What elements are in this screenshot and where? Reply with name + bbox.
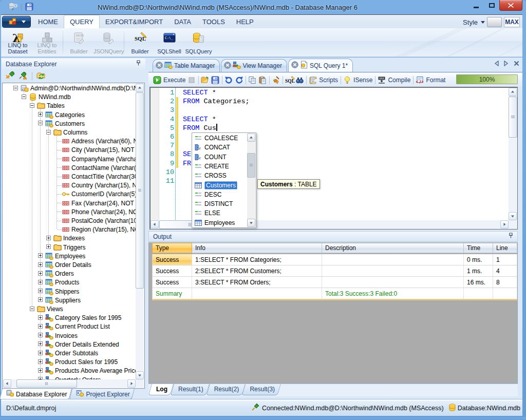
output-row[interactable]: Success3:SELECT * FROM Orders;16 ms.8 xyxy=(152,277,517,288)
style-preview-box[interactable] xyxy=(487,17,502,27)
result-tab-result-2-[interactable]: Result(2) xyxy=(210,384,246,395)
paste-button[interactable] xyxy=(257,74,268,86)
tree-item-contacttitle-varchar-30-not-null-[interactable]: ContactTitle (Varchar(30), NOT NULL) xyxy=(3,172,136,181)
scroll-down-button[interactable] xyxy=(136,371,144,379)
maximize-button[interactable] xyxy=(484,0,499,11)
autocomplete-item-concat[interactable]: εCONCAT xyxy=(193,143,247,152)
scroll-right-button[interactable] xyxy=(127,379,136,388)
output-column-header-info[interactable]: Info xyxy=(192,243,322,253)
style-dropdown[interactable]: Style xyxy=(463,18,485,26)
autocomplete-item-desc[interactable]: DESC xyxy=(193,190,247,199)
autocomplete-item-count[interactable]: εCOUNT xyxy=(193,152,247,162)
tree-item-categories[interactable]: Categories xyxy=(3,110,85,120)
tree-item-nwind-mdb[interactable]: NWind.mdb xyxy=(3,92,71,102)
output-column-header-description[interactable]: Description xyxy=(322,243,464,253)
pin-icon[interactable] xyxy=(136,60,141,68)
open-button[interactable] xyxy=(200,74,210,86)
sql-editor[interactable]: 1SELECT *2FROM Categories;34SELECT *5FRO… xyxy=(149,87,518,230)
scroll-tabs-right-icon[interactable] xyxy=(504,61,509,66)
ribbon-button-linq-to-entities[interactable]: LINQ toEntities xyxy=(32,29,62,56)
tree-item-customerid-varchar-5-not-null-[interactable]: CustomerID (Varchar(5), NOT NULL) xyxy=(3,189,136,199)
ribbon-button-jsonquery[interactable]: JSONQuery xyxy=(93,29,123,56)
app-menu-button[interactable] xyxy=(2,16,31,28)
tree-item-quarterly-orders[interactable]: Quarterly Orders xyxy=(3,375,101,379)
tree-item-invoices[interactable]: Invoices xyxy=(3,331,78,340)
output-column-header-time[interactable]: Time xyxy=(464,243,493,253)
scroll-up-button[interactable] xyxy=(247,133,255,142)
scrollbar-thumb[interactable] xyxy=(136,92,144,289)
tree-item-address-varchar-60-not-null-[interactable]: Address (Varchar(60), NOT NULL) xyxy=(3,137,136,146)
tree-item-phone-varchar-24-not-null-[interactable]: Phone (Varchar(24), NOT NULL) xyxy=(3,207,136,217)
disconnect-icon[interactable] xyxy=(18,71,28,81)
tree-item-order-subtotals[interactable]: Order Subtotals xyxy=(3,349,98,358)
close-button[interactable] xyxy=(499,0,522,11)
redo-button[interactable] xyxy=(234,74,244,86)
tree-item-shippers[interactable]: Shippers xyxy=(3,287,79,296)
undo-button[interactable] xyxy=(223,74,234,86)
scroll-up-button[interactable] xyxy=(509,88,517,96)
tree-item-postalcode-varchar-10-not-null-[interactable]: PostalCode (Varchar(10), NOT NULL) xyxy=(3,216,136,225)
tree-item-products[interactable]: Products xyxy=(3,278,79,287)
scrollbar-thumb[interactable] xyxy=(247,153,255,178)
ribbon-button-builder[interactable]: JSONBuilder xyxy=(64,29,93,56)
tree-item-views[interactable]: Views xyxy=(3,304,63,314)
close-tab-icon[interactable] xyxy=(291,61,298,70)
tree-item-city-varchar-15-not-null-[interactable]: City (Varchar(15), NOT NULL) xyxy=(3,145,136,155)
isense-button[interactable]: ISense xyxy=(342,74,373,86)
tree-item-orders[interactable]: Orders xyxy=(3,269,74,278)
output-column-header-type[interactable]: Type xyxy=(152,243,192,253)
ribbon-tab-home[interactable]: HOME xyxy=(32,15,64,28)
tree-item-indexes[interactable]: Indexes xyxy=(3,234,85,243)
autocomplete-scrollbar[interactable] xyxy=(247,133,255,227)
document-tab-table-manager[interactable]: Table Manager xyxy=(153,59,220,72)
editor-vertical-scrollbar[interactable] xyxy=(509,88,517,220)
ribbon-tab-tools[interactable]: TOOLS xyxy=(197,15,231,28)
scroll-tabs-left-icon[interactable] xyxy=(494,61,499,66)
compile-button[interactable]: Compile xyxy=(377,74,411,86)
scroll-left-button[interactable] xyxy=(3,379,11,388)
scroll-left-button[interactable] xyxy=(151,220,159,228)
stop-button[interactable] xyxy=(186,74,197,86)
close-tab-icon[interactable] xyxy=(156,62,163,70)
execute-button[interactable]: Execute xyxy=(152,74,186,86)
result-tab-result-1-[interactable]: Result(1) xyxy=(174,384,210,395)
tree-item-customers[interactable]: Customers xyxy=(3,119,85,128)
output-row[interactable]: SummaryTotal:3 Success:3 Failed:0 xyxy=(152,288,517,299)
save-icon[interactable] xyxy=(25,3,33,12)
ribbon-tab-help[interactable]: HELP xyxy=(231,15,259,28)
sql-button[interactable]: SQL xyxy=(284,74,294,86)
tree-item-order-details[interactable]: Order Details xyxy=(3,260,91,270)
ribbon-button-sqlquery[interactable]: SQLQuery xyxy=(184,29,213,56)
tree-item-triggers[interactable]: Triggers xyxy=(3,243,86,252)
close-tab-icon[interactable] xyxy=(514,61,519,66)
tree-item-current-product-list[interactable]: Current Product List xyxy=(3,322,110,331)
ribbon-tab-query[interactable]: QUERY xyxy=(64,15,100,28)
scroll-down-button[interactable] xyxy=(247,219,255,227)
pin-icon[interactable] xyxy=(508,233,514,240)
tree-item-companyname-varchar-40-not-null-[interactable]: CompanyName (Varchar(40), NOT NULL) xyxy=(3,155,136,164)
tree-item-admin-d-northwind-nwind-mdb-d-northwind-[interactable]: Admin@D:\Northwind\NWind.mdb(D:\Northwin… xyxy=(3,84,136,93)
output-row[interactable]: Success2:SELECT * FROM Customers;1 ms.4 xyxy=(152,265,517,277)
output-column-header-line[interactable]: Line xyxy=(493,243,517,253)
tree-item-suppliers[interactable]: Suppliers xyxy=(3,296,81,305)
tree-item-columns[interactable]: Columns xyxy=(3,128,87,137)
tree-item-product-sales-for-1995[interactable]: Product Sales for 1995 xyxy=(3,357,118,367)
ribbon-button-builder[interactable]: SQLBuilder xyxy=(125,29,155,56)
find-button[interactable] xyxy=(294,74,305,86)
output-row[interactable]: Success1:SELECT * FROM Categories;0 ms.1 xyxy=(152,254,517,265)
autocomplete-item-customers[interactable]: Customers xyxy=(193,181,247,190)
tree-horizontal-scrollbar[interactable] xyxy=(3,379,136,388)
scroll-down-button[interactable] xyxy=(509,212,517,220)
tree-item-fax-varchar-24-not-null-[interactable]: Fax (Varchar(24), NOT NULL) xyxy=(3,199,136,208)
minimize-button[interactable] xyxy=(468,0,484,11)
autocomplete-item-distinct[interactable]: DISTINCT xyxy=(193,199,247,208)
ribbon-button-sqlshell[interactable]: C:\_SQLShell xyxy=(155,29,184,56)
tree-item-region-varchar-15-not-null-[interactable]: Region (Varchar(15), NOT NULL) xyxy=(3,225,136,234)
scrollbar-thumb[interactable] xyxy=(16,379,77,388)
document-tab-view-manager[interactable]: View Manager xyxy=(221,59,287,72)
clean-button[interactable] xyxy=(271,74,281,86)
autocomplete-item-employees[interactable]: Employees xyxy=(193,218,247,227)
ribbon-button-linq-to-dataset[interactable]: λLINQ toDataset xyxy=(3,29,32,56)
autocomplete-item-create[interactable]: CREATE xyxy=(193,162,247,171)
tree-item-products-above-average-price[interactable]: Products Above Average Price xyxy=(3,366,136,375)
